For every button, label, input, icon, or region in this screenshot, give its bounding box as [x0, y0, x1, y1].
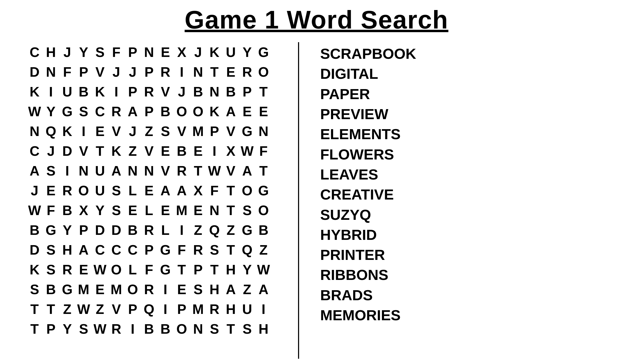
grid-cell-8-8: E — [157, 200, 174, 220]
grid-cell-6-3: N — [75, 161, 92, 181]
grid-table: CHJYSFPNEXJKUYGDNFPVJJPRINTEROKIUBKIPRVJ… — [26, 42, 272, 339]
grid-cell-1-10: N — [190, 62, 206, 82]
grid-cell-3-14: E — [255, 101, 272, 121]
grid-cell-2-6: P — [124, 82, 141, 101]
grid-cell-8-6: E — [124, 200, 141, 220]
grid-cell-7-3: O — [75, 181, 92, 200]
grid-cell-4-10: M — [190, 121, 206, 141]
grid-cell-2-11: N — [206, 82, 223, 101]
grid-cell-1-0: D — [26, 62, 43, 82]
grid-cell-12-2: G — [59, 279, 75, 299]
grid-cell-9-10: Z — [190, 220, 206, 240]
grid-cell-3-0: W — [26, 101, 43, 121]
grid-cell-4-8: S — [157, 121, 174, 141]
grid-cell-6-5: A — [108, 161, 124, 181]
grid-cell-8-2: B — [59, 200, 75, 220]
word-item-10: PRINTER — [320, 246, 622, 264]
grid-cell-4-2: K — [59, 121, 75, 141]
grid-cell-4-9: V — [174, 121, 190, 141]
grid-cell-5-3: V — [75, 141, 92, 161]
word-item-8: SUZYQ — [320, 206, 622, 224]
divider — [298, 42, 299, 359]
grid-cell-6-12: V — [223, 161, 239, 181]
grid-cell-7-0: J — [26, 181, 43, 200]
grid-cell-5-12: X — [223, 141, 239, 161]
grid-cell-8-9: M — [174, 200, 190, 220]
grid-cell-6-4: U — [92, 161, 108, 181]
grid-cell-14-0: T — [26, 319, 43, 339]
grid-cell-13-2: Z — [59, 299, 75, 319]
word-item-7: CREATIVE — [320, 186, 622, 203]
grid-cell-14-3: S — [75, 319, 92, 339]
grid-cell-9-5: D — [108, 220, 124, 240]
grid-cell-10-8: G — [157, 240, 174, 260]
word-item-11: RIBBONS — [320, 266, 622, 284]
grid-cell-6-1: S — [43, 161, 59, 181]
grid-cell-9-9: I — [174, 220, 190, 240]
grid-cell-2-2: U — [59, 82, 75, 101]
grid-cell-13-3: W — [75, 299, 92, 319]
grid-cell-8-10: E — [190, 200, 206, 220]
grid-cell-9-3: P — [75, 220, 92, 240]
grid-cell-7-9: A — [174, 181, 190, 200]
grid-cell-5-8: E — [157, 141, 174, 161]
grid-cell-8-13: S — [239, 200, 255, 220]
grid-cell-11-0: K — [26, 260, 43, 279]
grid-cell-1-1: N — [43, 62, 59, 82]
grid-cell-3-12: A — [223, 101, 239, 121]
grid-cell-10-9: F — [174, 240, 190, 260]
grid-cell-9-1: G — [43, 220, 59, 240]
grid-cell-0-14: G — [255, 42, 272, 62]
grid-cell-7-14: G — [255, 181, 272, 200]
word-item-9: HYBRID — [320, 226, 622, 244]
grid-cell-10-5: C — [108, 240, 124, 260]
grid-cell-6-0: A — [26, 161, 43, 181]
content-area: CHJYSFPNEXJKUYGDNFPVJJPRINTEROKIUBKIPRVJ… — [11, 42, 622, 359]
grid-cell-12-11: H — [206, 279, 223, 299]
grid-cell-8-12: T — [223, 200, 239, 220]
grid-cell-0-9: X — [174, 42, 190, 62]
grid-cell-9-13: G — [239, 220, 255, 240]
grid-cell-0-13: Y — [239, 42, 255, 62]
grid-cell-0-12: U — [223, 42, 239, 62]
grid-cell-1-7: P — [141, 62, 157, 82]
grid-cell-14-5: R — [108, 319, 124, 339]
grid-cell-2-1: I — [43, 82, 59, 101]
grid-cell-2-13: P — [239, 82, 255, 101]
grid-cell-2-9: J — [174, 82, 190, 101]
grid-cell-13-1: T — [43, 299, 59, 319]
grid-cell-13-12: H — [223, 299, 239, 319]
grid-cell-1-12: E — [223, 62, 239, 82]
grid-cell-14-9: O — [174, 319, 190, 339]
grid-cell-11-6: L — [124, 260, 141, 279]
grid-cell-1-4: V — [92, 62, 108, 82]
grid-cell-13-11: R — [206, 299, 223, 319]
grid-cell-5-13: W — [239, 141, 255, 161]
grid-cell-12-7: R — [141, 279, 157, 299]
grid-cell-13-0: T — [26, 299, 43, 319]
grid-cell-1-13: R — [239, 62, 255, 82]
word-item-13: MEMORIES — [320, 306, 622, 324]
grid-cell-13-7: Q — [141, 299, 157, 319]
grid-cell-5-10: E — [190, 141, 206, 161]
grid-cell-5-5: K — [108, 141, 124, 161]
grid-cell-14-14: H — [255, 319, 272, 339]
grid-cell-7-7: E — [141, 181, 157, 200]
word-search-grid: CHJYSFPNEXJKUYGDNFPVJJPRINTEROKIUBKIPRVJ… — [11, 42, 287, 359]
grid-cell-5-9: B — [174, 141, 190, 161]
grid-cell-14-4: W — [92, 319, 108, 339]
grid-cell-14-6: I — [124, 319, 141, 339]
grid-cell-0-10: J — [190, 42, 206, 62]
grid-cell-1-9: I — [174, 62, 190, 82]
grid-cell-11-4: W — [92, 260, 108, 279]
grid-cell-14-11: S — [206, 319, 223, 339]
grid-cell-13-5: V — [108, 299, 124, 319]
grid-cell-1-8: R — [157, 62, 174, 82]
grid-cell-11-14: W — [255, 260, 272, 279]
grid-cell-12-4: E — [92, 279, 108, 299]
grid-cell-13-9: P — [174, 299, 190, 319]
word-item-5: FLOWERS — [320, 145, 622, 163]
word-item-3: PREVIEW — [320, 105, 622, 123]
grid-cell-13-4: Z — [92, 299, 108, 319]
grid-cell-11-11: T — [206, 260, 223, 279]
